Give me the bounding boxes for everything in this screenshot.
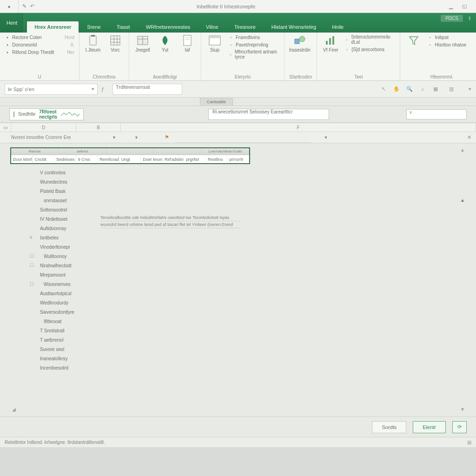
table-cell[interactable]: Doer knononea: [141, 155, 163, 163]
share-icon[interactable]: ⇪: [468, 16, 471, 21]
zoom-icon[interactable]: 🔍: [405, 86, 414, 92]
search-icon[interactable]: ⌕: [418, 86, 427, 92]
account-pill[interactable]: PDCS: [441, 15, 463, 22]
restore-icon[interactable]: ◱: [462, 3, 467, 9]
table-header-cell[interactable]: [106, 148, 154, 154]
ribbon-tab[interactable]: Hnile: [324, 21, 351, 33]
pointer-icon[interactable]: ↖: [379, 86, 388, 92]
close-panel-icon[interactable]: ✕: [467, 134, 476, 140]
aux-input[interactable]: v: [406, 109, 467, 119]
column-header[interactable]: F: [121, 123, 476, 132]
filter-dropdown-1[interactable]: ▼: [99, 135, 121, 140]
expand-icon[interactable]: ▾: [469, 86, 471, 92]
hand-icon[interactable]: ✋: [392, 86, 401, 92]
scroll-down-icon[interactable]: ▼: [460, 407, 465, 412]
ribbon-command[interactable]: Jnegell: [134, 34, 152, 53]
refresh-button[interactable]: ⟳: [452, 421, 467, 433]
ribbon-command[interactable]: ▫Pavet/reprrvling: [228, 42, 279, 47]
ribbon-command[interactable]: Vorc: [106, 34, 124, 53]
ribbon-tab[interactable]: Hlelant Wrensrletirg: [264, 21, 324, 33]
system-menu[interactable]: ●: [0, 0, 19, 13]
ribbon-tab[interactable]: WRfrretsrenreestes: [139, 21, 198, 33]
ribbon-command[interactable]: ▫Hisrttoo nhatoe: [427, 42, 476, 47]
ribbon-tab[interactable]: Tiasst: [109, 21, 138, 33]
grid-view-icon[interactable]: ▦: [431, 86, 440, 92]
table-cell[interactable]: Restlino: [206, 155, 228, 163]
ribbon-command[interactable]: Siup: [206, 34, 224, 53]
field-list-item[interactable]: ☐Wsoonenves: [37, 279, 93, 289]
column-header[interactable]: B: [76, 123, 121, 132]
field-list-item[interactable]: Inaneatolkrsy: [37, 354, 93, 363]
field-list-item[interactable]: Wedlinodurdy: [37, 298, 93, 307]
ribbon-command[interactable]: ▫[S]d arecorbons: [344, 46, 395, 52]
table-cell[interactable]: Sedinioes: [54, 155, 76, 163]
back-button[interactable]: Sordts: [372, 421, 406, 433]
filter-dropdown-2[interactable]: ▼: [121, 135, 143, 140]
worksheet-canvas[interactable]: ReersesettredLoed atcriiinad Estel Door …: [9, 146, 467, 414]
table-cell[interactable]: Rel'adsitivitre: [163, 155, 185, 163]
name-box[interactable]: le Spp' o'en ▾: [5, 84, 98, 95]
field-list-item[interactable]: Suvore sesl: [37, 344, 93, 354]
ribbon-tab[interactable]: Viline: [198, 21, 226, 33]
ribbon-command[interactable]: ▫Mfmcrfisrtent arlnam tyrce: [228, 49, 279, 60]
scroll-marker-icon[interactable]: ▲: [460, 198, 465, 203]
table-header-cell[interactable]: Reerse: [11, 148, 59, 154]
field-list-item[interactable]: ☐Nirahwilhecbstt: [37, 261, 93, 270]
field-list-item[interactable]: V continntos: [37, 168, 93, 177]
save-icon[interactable]: ✎: [22, 3, 26, 9]
fx-icon[interactable]: ƒ: [101, 86, 110, 92]
field-list-item[interactable]: Mrepsmosnt: [37, 270, 93, 279]
field-list-item[interactable]: ☐Wulltoonoy: [37, 251, 93, 261]
field-list-item[interactable]: Incerdoesotrd: [37, 363, 93, 372]
ribbon-command[interactable]: Yul: [156, 34, 174, 53]
field-list-item[interactable]: T aetbrenol: [37, 335, 93, 344]
field-list-item[interactable]: Pisteld Bask: [37, 186, 93, 196]
selected-table[interactable]: ReersesettredLoed atcriiinad Estel Door …: [10, 147, 250, 164]
field-list-item[interactable]: Ifitteooat: [37, 317, 93, 326]
table-cell[interactable]: prrrorrlr: [227, 155, 249, 163]
table-view-icon[interactable]: ▥: [447, 86, 456, 92]
ribbon-command[interactable]: ▫Sriteroctommrmrilo dLal: [344, 34, 395, 45]
undo-icon[interactable]: ↶: [30, 3, 34, 9]
field-list-item[interactable]: IV Nrdettooet: [37, 214, 93, 224]
table-cell[interactable]: Cnctitt: [33, 155, 55, 163]
table-header-cell[interactable]: [154, 148, 201, 154]
ribbon-command[interactable]: ▫Fraredtivins: [228, 34, 279, 40]
crumb-tab[interactable]: Canteattie: [200, 98, 233, 106]
ribbon-command[interactable]: ▫Inibpst: [427, 34, 476, 40]
ribbon-command[interactable]: ▪Ritlond Donp ThestltNer: [5, 49, 74, 55]
table-cell[interactable]: 9 Crss: [76, 155, 98, 163]
minimize-icon[interactable]: ▁: [449, 3, 453, 9]
layout-icon[interactable]: ▤: [467, 440, 471, 445]
file-tab[interactable]: Hent: [0, 13, 24, 33]
formula-bar[interactable]: Trditeeeramsat: [112, 84, 182, 95]
ribbon-command[interactable]: I.Jteum: [84, 34, 102, 53]
formula-input[interactable]: Ri.wrecettorsrrret Selooisey Eareartttcr: [208, 109, 329, 120]
checkbox-icon[interactable]: [13, 112, 14, 117]
field-list-item[interactable]: Aultidvonnsy: [37, 224, 93, 233]
sheet-corner-icon[interactable]: ◢: [12, 407, 16, 412]
column-header[interactable]: D: [11, 123, 76, 132]
ribbon-command[interactable]: [405, 34, 423, 47]
table-cell[interactable]: Door kitnrl_Treertestir: [11, 155, 33, 163]
table-header-cell[interactable]: Loed atcriiinad Estel: [202, 148, 249, 154]
field-list-item[interactable]: Wunedectres: [37, 177, 93, 186]
primary-button[interactable]: Elentr: [413, 421, 446, 433]
table-cell[interactable]: Renrlicradai: [98, 155, 119, 163]
filter-dropdown-4[interactable]: ▼: [311, 135, 333, 140]
ribbon-command[interactable]: Iaf: [178, 34, 196, 53]
ribbon-command[interactable]: ▪Rectore ColenHont: [5, 34, 74, 40]
ribbon-tab[interactable]: Srene: [79, 21, 108, 33]
ribbon-command[interactable]: Iraseslrdin: [289, 34, 311, 53]
field-list-item[interactable]: snrrstaoset: [37, 196, 93, 205]
ribbon-command[interactable]: ▪DononesnldIt.: [5, 42, 74, 47]
field-list-item[interactable]: Austtaortolpicsl: [37, 289, 93, 298]
table-cell[interactable]: prgrltsr: [184, 155, 206, 163]
ribbon-tab[interactable]: Hrex Anresreer: [27, 21, 79, 33]
selection-box[interactable]: Sredhtle 7Rfoeot nectgrls: [9, 108, 84, 120]
ribbon-command[interactable]: Vf Firer: [322, 34, 339, 53]
field-list-item[interactable]: ≡Isntbeles: [37, 233, 93, 242]
table-cell[interactable]: Ungt: [119, 155, 141, 163]
ribbon-tab[interactable]: Tiresnore: [227, 21, 263, 33]
table-header-cell[interactable]: settred: [59, 148, 106, 154]
